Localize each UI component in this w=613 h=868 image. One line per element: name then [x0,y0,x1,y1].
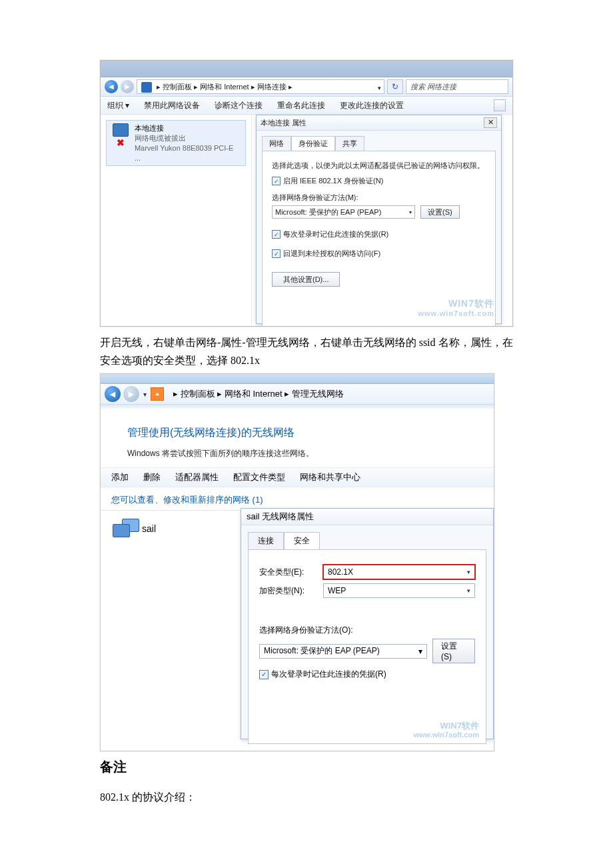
watermark-line2: www.win7soft.com [413,731,479,739]
network-name: sail [142,523,156,534]
back-button[interactable]: ◄ [105,80,118,93]
section-header: 您可以查看、修改和重新排序的网络 (1) [101,487,494,510]
close-icon[interactable]: ✕ [484,117,497,128]
wifi-network-icon [113,519,137,539]
toolbar-adapter[interactable]: 适配器属性 [175,471,219,483]
encryption-type-value: WEP [328,586,346,595]
checkbox-icon: ✓ [272,230,281,239]
auth-hint: 选择此选项，以便为此以太网适配器提供已验证的网络访问权限。 [272,161,486,171]
toolbar-delete[interactable]: 删除 [143,471,161,483]
page-heading: 管理使用(无线网络连接)的无线网络 [101,409,494,443]
fallback-label: 回退到未经授权的网络访问(F) [283,249,380,259]
auth-method-select[interactable]: Microsoft: 受保护的 EAP (PEAP) ▾ [272,205,415,219]
breadcrumb[interactable]: ▸ 控制面板 ▸ 网络和 Internet ▸ 网络连接 ▸ ▾ [137,79,384,94]
page-subheading: Windows 将尝试按照下面所列的顺序连接这些网络。 [101,443,494,467]
remember-label: 每次登录时记住此连接的凭据(R) [283,229,388,239]
chevron-down-icon: ▾ [418,647,422,656]
dialog-title: 本地连接 属性 ✕ [257,115,501,131]
watermark-line1: WIN7软件 [418,298,494,309]
explorer-nav: ◄ ► ▸ 控制面板 ▸ 网络和 Internet ▸ 网络连接 ▸ ▾ ↻ 搜… [101,77,512,97]
tab-connection[interactable]: 连接 [248,532,284,549]
auth-method-select[interactable]: Microsoft: 受保护的 EAP (PEAP) ▾ [259,644,427,659]
enable-8021x-checkbox[interactable]: ✓ 启用 IEEE 802.1X 身份验证(N) [272,176,486,186]
security-type-select[interactable]: 802.1X ▾ [323,565,475,579]
connection-adapter: Marvell Yukon 88E8039 PCI-E ... [135,143,241,163]
network-list: sail [101,510,241,547]
tab-content: 安全类型(E): 802.1X ▾ 加密类型(N): WEP ▾ [248,549,486,744]
checkbox-icon: ✓ [272,177,281,185]
security-type-label: 安全类型(E): [259,567,316,578]
explorer-nav: ◄ ► ▾ ▸ 控制面板 ▸ 网络和 Internet ▸ 管理无线网络 [101,384,494,405]
other-settings-button[interactable]: 其他设置(D)... [272,272,340,287]
watermark-line1: WIN7软件 [413,721,479,731]
toolbar-add[interactable]: 添加 [111,471,129,483]
forward-button[interactable]: ► [123,386,139,402]
notes-heading: 备注 [100,758,513,776]
dialog-title-text: 本地连接 属性 [261,118,306,128]
toolbar-change[interactable]: 更改此连接的设置 [340,100,404,111]
connection-item-lan[interactable]: ✖ 本地连接 网络电缆被拔出 Marvell Yukon 88E8039 PCI… [106,120,246,166]
chevron-down-icon: ▾ [467,587,470,594]
checkbox-icon: ✓ [259,670,269,679]
connection-list: ✖ 本地连接 网络电缆被拔出 Marvell Yukon 88E8039 PCI… [101,115,251,327]
view-icon[interactable] [494,99,506,111]
tab-security[interactable]: 安全 [284,532,320,549]
watermark: WIN7软件 www.win7soft.com [413,721,479,740]
method-label: 选择网络身份验证方法(O): [259,625,475,636]
auth-method-value: Microsoft: 受保护的 EAP (PEAP) [275,207,381,217]
tab-authentication[interactable]: 身份验证 [291,136,335,151]
settings-button[interactable]: 设置(S) [432,639,475,663]
toolbar: 添加 删除 适配器属性 配置文件类型 网络和共享中心 [101,467,494,487]
connection-name: 本地连接 [135,123,241,133]
dialog-title: sail 无线网络属性 [241,509,493,525]
toolbar-rename[interactable]: 重命名此连接 [277,100,325,111]
tab-sharing[interactable]: 共享 [335,136,364,151]
encryption-type-label: 加密类型(N): [259,585,316,597]
fallback-checkbox[interactable]: ✓ 回退到未经授权的网络访问(F) [272,249,486,259]
window-titlebar [101,61,512,77]
search-input[interactable]: 搜索 网络连接 [406,79,508,94]
chevron-down-icon: ▾ [467,569,470,575]
notes-paragraph: 802.1x 的协议介绍： [100,788,513,806]
chevron-down-icon[interactable]: ▾ [378,81,381,95]
security-type-value: 802.1X [328,567,353,577]
remember-label: 每次登录时记住此连接的凭据(R) [271,669,386,680]
toolbar-center[interactable]: 网络和共享中心 [300,471,360,483]
breadcrumb[interactable]: ▸ 控制面板 ▸ 网络和 Internet ▸ 管理无线网络 [169,388,490,400]
window-titlebar [101,374,494,384]
dialog-title-text: sail 无线网络属性 [247,511,314,523]
checkbox-icon: ✓ [272,249,281,258]
screenshot-network-connections: ◄ ► ▸ 控制面板 ▸ 网络和 Internet ▸ 网络连接 ▸ ▾ ↻ 搜… [100,60,513,327]
network-item-sail[interactable]: sail [107,515,234,543]
properties-dialog: 本地连接 属性 ✕ 网络 身份验证 共享 选择此选项，以便为此以太网适配器提供已… [256,115,502,324]
toolbar-disable[interactable]: 禁用此网络设备 [144,100,200,111]
signal-icon [151,387,164,401]
auth-method-value: Microsoft: 受保护的 EAP (PEAP) [264,645,380,657]
back-button[interactable]: ◄ [105,386,121,402]
breadcrumb-icon [141,82,152,93]
breadcrumb-text: ▸ 控制面板 ▸ 网络和 Internet ▸ 网络连接 ▸ [157,83,293,91]
toolbar-profile[interactable]: 配置文件类型 [233,471,285,483]
wifi-properties-dialog: sail 无线网络属性 连接 安全 安全类型(E): 802.1X ▾ [241,508,494,739]
toolbar: 组织 ▾ 禁用此网络设备 诊断这个连接 重命名此连接 更改此连接的设置 [101,97,512,115]
toolbar-diagnose[interactable]: 诊断这个连接 [215,100,263,111]
enable-8021x-label: 启用 IEEE 802.1X 身份验证(N) [283,176,383,186]
method-label: 选择网络身份验证方法(M): [272,193,486,203]
screenshot-wireless-manage: ◄ ► ▾ ▸ 控制面板 ▸ 网络和 Internet ▸ 管理无线网络 管理使… [100,373,494,751]
remember-checkbox[interactable]: ✓ 每次登录时记住此连接的凭据(R) [259,669,475,680]
encryption-type-select[interactable]: WEP ▾ [323,583,475,598]
watermark-line2: www.win7soft.com [418,309,494,318]
dialog-tabs: 连接 安全 [241,525,493,549]
refresh-button[interactable]: ↻ [387,79,403,94]
instruction-paragraph: 开启无线，右键单击网络-属性-管理无线网络，右键单击无线网络的 ssid 名称，… [100,333,513,369]
lan-icon: ✖ [111,123,131,163]
settings-button[interactable]: 设置(S) [420,205,460,219]
breadcrumb-text: ▸ 控制面板 ▸ 网络和 Internet ▸ 管理无线网络 [173,388,344,400]
toolbar-organize[interactable]: 组织 ▾ [107,100,129,111]
forward-button[interactable]: ► [121,80,134,93]
tab-network[interactable]: 网络 [262,136,291,151]
chevron-down-icon[interactable]: ▾ [143,391,147,398]
connection-status: 网络电缆被拔出 [135,133,241,143]
remember-checkbox[interactable]: ✓ 每次登录时记住此连接的凭据(R) [272,229,486,239]
watermark: WIN7软件 www.win7soft.com [418,298,494,318]
